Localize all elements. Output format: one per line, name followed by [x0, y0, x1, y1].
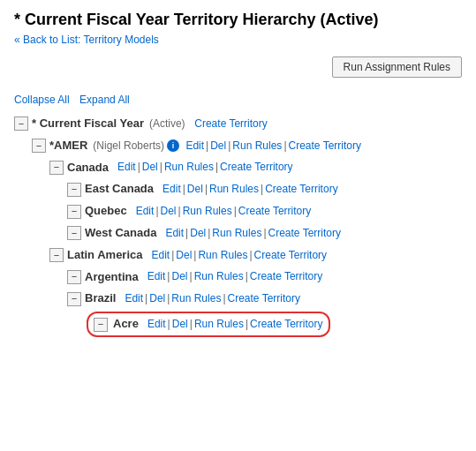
tree-row-latin-america: − Latin America Edit|Del|Run Rules|Creat…	[14, 244, 462, 267]
amer-run-rules[interactable]: Run Rules	[232, 139, 282, 152]
tree-row-acre: − Acre Edit|Del|Run Rules|Create Territo…	[14, 310, 462, 339]
east-canada-del[interactable]: Del	[187, 183, 203, 195]
canada-edit[interactable]: Edit	[117, 161, 136, 173]
argentina-run-rules[interactable]: Run Rules	[194, 270, 244, 282]
tree: − * Current Fiscal Year (Active) Create …	[14, 113, 462, 339]
brazil-run-rules[interactable]: Run Rules	[171, 292, 221, 304]
west-canada-edit[interactable]: Edit	[165, 227, 184, 239]
tree-row-east-canada: − East Canada Edit|Del|Run Rules|Create …	[14, 178, 462, 200]
latin-america-actions: Edit|Del|Run Rules|Create Territory	[152, 247, 328, 264]
root-actions: Create Territory	[189, 116, 268, 132]
east-canada-run-rules[interactable]: Run Rules	[209, 183, 259, 195]
latin-america-label: Latin America	[67, 246, 143, 265]
toggle-latin-america[interactable]: −	[49, 248, 64, 262]
brazil-edit[interactable]: Edit	[125, 292, 143, 304]
amer-edit[interactable]: Edit	[185, 139, 204, 152]
argentina-edit[interactable]: Edit	[147, 270, 166, 282]
acre-label: Acre	[113, 315, 139, 334]
argentina-del[interactable]: Del	[171, 270, 187, 282]
amer-info-icon[interactable]: i	[167, 139, 179, 152]
toggle-root[interactable]: −	[14, 117, 28, 131]
quebec-actions: Edit|Del|Run Rules|Create Territory	[136, 203, 312, 220]
toggle-brazil[interactable]: −	[67, 292, 81, 306]
quebec-del[interactable]: Del	[161, 205, 177, 217]
back-link[interactable]: « Back to List: Territory Models	[14, 34, 159, 46]
tree-controls: Collapse All Expand All	[14, 94, 462, 106]
toggle-west-canada[interactable]: −	[67, 226, 81, 240]
brazil-del[interactable]: Del	[149, 292, 165, 304]
latin-america-del[interactable]: Del	[176, 249, 192, 261]
toggle-quebec[interactable]: −	[67, 205, 81, 219]
acre-del[interactable]: Del	[172, 318, 188, 330]
east-canada-actions: Edit|Del|Run Rules|Create Territory	[162, 181, 338, 198]
page-title: * Current Fiscal Year Territory Hierarch…	[14, 11, 462, 29]
brazil-create-territory[interactable]: Create Territory	[228, 292, 300, 304]
brazil-label: Brazil	[85, 289, 116, 308]
quebec-label: Quebec	[85, 202, 127, 221]
root-sub: (Active)	[149, 116, 185, 132]
run-assignment-rules-button[interactable]: Run Assignment Rules	[332, 56, 462, 78]
acre-edit[interactable]: Edit	[147, 318, 166, 330]
canada-run-rules[interactable]: Run Rules	[164, 161, 214, 173]
collapse-all-link[interactable]: Collapse All	[14, 94, 70, 106]
toggle-acre[interactable]: −	[94, 318, 108, 332]
canada-label: Canada	[67, 159, 109, 177]
quebec-run-rules[interactable]: Run Rules	[183, 205, 232, 217]
canada-actions: Edit|Del|Run Rules|Create Territory	[117, 159, 293, 176]
toggle-amer[interactable]: −	[32, 139, 46, 153]
page-wrapper: * Current Fiscal Year Territory Hierarch…	[0, 0, 476, 350]
latin-america-edit[interactable]: Edit	[152, 249, 170, 261]
amer-create-territory[interactable]: Create Territory	[289, 139, 361, 152]
tree-row-quebec: − Quebec Edit|Del|Run Rules|Create Terri…	[14, 200, 462, 222]
amer-label: *AMER	[49, 137, 87, 155]
tree-row-canada: − Canada Edit|Del|Run Rules|Create Terri…	[14, 157, 462, 179]
acre-run-rules[interactable]: Run Rules	[194, 318, 244, 330]
east-canada-edit[interactable]: Edit	[162, 183, 181, 195]
expand-all-link[interactable]: Expand All	[79, 94, 130, 106]
toggle-east-canada[interactable]: −	[67, 183, 81, 197]
latin-america-run-rules[interactable]: Run Rules	[198, 249, 247, 261]
east-canada-label: East Canada	[85, 180, 154, 199]
argentina-actions: Edit|Del|Run Rules|Create Territory	[147, 268, 323, 285]
tree-row-brazil: − Brazil Edit|Del|Run Rules|Create Terri…	[14, 288, 462, 310]
west-canada-label: West Canada	[85, 224, 156, 243]
acre-highlighted: − Acre Edit|Del|Run Rules|Create Territo…	[87, 312, 330, 337]
toggle-argentina[interactable]: −	[67, 270, 81, 284]
latin-america-create-territory[interactable]: Create Territory	[254, 249, 327, 261]
west-canada-actions: Edit|Del|Run Rules|Create Territory	[165, 225, 341, 242]
west-canada-del[interactable]: Del	[190, 227, 206, 239]
root-label: * Current Fiscal Year	[32, 115, 144, 133]
tree-row-west-canada: − West Canada Edit|Del|Run Rules|Create …	[14, 222, 462, 244]
tree-row-argentina: − Argentina Edit|Del|Run Rules|Create Te…	[14, 267, 462, 289]
brazil-actions: Edit|Del|Run Rules|Create Territory	[125, 290, 300, 307]
quebec-edit[interactable]: Edit	[136, 205, 155, 217]
amer-sub: (Nigel Roberts)	[93, 138, 164, 154]
quebec-create-territory[interactable]: Create Territory	[238, 205, 311, 217]
canada-del[interactable]: Del	[142, 161, 158, 173]
amer-actions: Edit|Del|Run Rules|Create Territory	[183, 138, 361, 154]
acre-create-territory[interactable]: Create Territory	[250, 318, 322, 330]
root-create-territory[interactable]: Create Territory	[194, 117, 267, 130]
argentina-label: Argentina	[85, 268, 139, 287]
tree-row-root: − * Current Fiscal Year (Active) Create …	[14, 113, 462, 135]
west-canada-create-territory[interactable]: Create Territory	[268, 227, 341, 239]
argentina-create-territory[interactable]: Create Territory	[250, 270, 322, 282]
top-bar: Run Assignment Rules	[14, 56, 462, 85]
toggle-canada[interactable]: −	[49, 161, 64, 175]
acre-actions: Edit|Del|Run Rules|Create Territory	[147, 316, 323, 333]
west-canada-run-rules[interactable]: Run Rules	[212, 227, 261, 239]
east-canada-create-territory[interactable]: Create Territory	[265, 183, 337, 195]
amer-del[interactable]: Del	[210, 139, 226, 152]
canada-create-territory[interactable]: Create Territory	[220, 161, 292, 173]
tree-row-amer: − *AMER (Nigel Roberts) i Edit|Del|Run R…	[14, 135, 462, 157]
